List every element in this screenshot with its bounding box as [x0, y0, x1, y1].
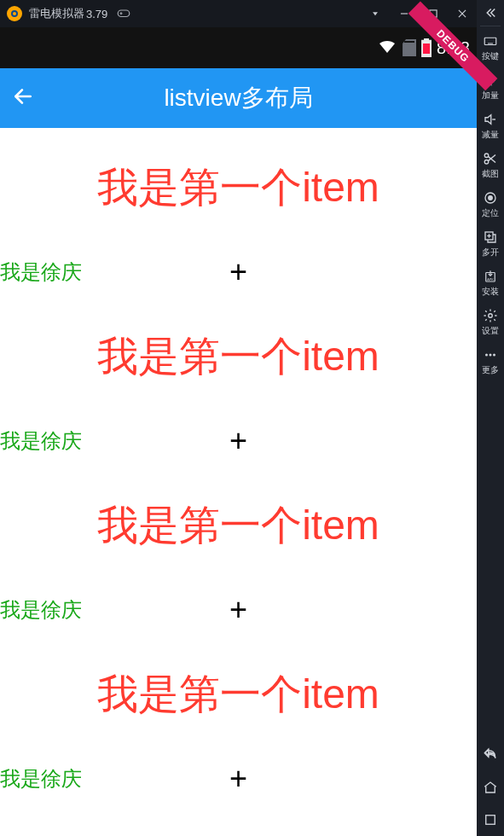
emulator-sidebar: 按键 加量 减量 截图 定位 多开 APK 安装 设置 — [477, 0, 504, 836]
wifi-icon — [377, 36, 397, 60]
list-item-small[interactable]: 我是徐庆+ — [0, 416, 477, 466]
gamepad-icon — [116, 5, 131, 23]
listview[interactable]: 我是第一个item 我是徐庆+ 我是第一个item 我是徐庆+ 我是第一个ite… — [0, 128, 477, 836]
plus-icon: + — [229, 254, 247, 290]
sidebar-item-settings[interactable]: 设置 — [477, 301, 504, 340]
svg-text:APK: APK — [487, 278, 494, 282]
android-status-bar: 8:08 DEBUG — [0, 27, 477, 68]
sidebar-item-label: 截图 — [482, 170, 499, 178]
emulator-logo — [7, 6, 22, 21]
small-item-text: 我是徐庆 — [0, 258, 82, 286]
svg-point-18 — [489, 196, 493, 200]
plus-icon: + — [229, 423, 247, 459]
window-close-button[interactable] — [448, 0, 477, 27]
location-icon — [483, 190, 498, 207]
svg-point-24 — [489, 314, 493, 318]
sidebar-item-more[interactable]: 更多 — [477, 340, 504, 380]
multi-instance-icon — [483, 229, 498, 247]
sd-card-icon — [403, 39, 416, 56]
battery-icon — [421, 38, 432, 57]
svg-rect-28 — [486, 816, 495, 825]
svg-marker-1 — [373, 12, 378, 15]
svg-point-26 — [490, 354, 492, 357]
emulator-name: 雷电模拟器 — [29, 6, 84, 21]
svg-marker-11 — [485, 115, 491, 125]
apk-install-icon: APK — [483, 269, 498, 286]
emulator-version: 3.79 — [86, 8, 107, 20]
gear-icon — [483, 308, 498, 325]
plus-icon: + — [229, 592, 247, 628]
sidebar-item-label: 设置 — [482, 327, 499, 335]
list-item-small[interactable]: 我是徐庆+ — [0, 754, 477, 804]
sidebar-item-keyboard[interactable]: 按键 — [477, 26, 504, 66]
keyboard-icon — [483, 33, 498, 50]
list-item-small[interactable]: 我是徐庆+ — [0, 585, 477, 635]
more-icon — [483, 347, 498, 364]
sidebar-item-label: 安装 — [482, 287, 499, 296]
sidebar-item-install[interactable]: APK 安装 — [477, 262, 504, 301]
big-item-text: 我是第一个item — [97, 498, 379, 553]
app-bar: listview多布局 — [0, 68, 477, 128]
small-item-text: 我是徐庆 — [0, 765, 82, 792]
scissors-icon — [483, 151, 498, 168]
sidebar-item-label: 定位 — [482, 209, 499, 218]
list-item-big[interactable]: 我是第一个item — [0, 466, 477, 585]
sidebar-item-volume-down[interactable]: 减量 — [477, 105, 504, 144]
svg-rect-0 — [119, 10, 130, 17]
sidebar-item-label: 加量 — [482, 91, 499, 100]
list-item-big[interactable]: 我是第一个item — [0, 128, 477, 247]
list-item-big[interactable]: 我是第一个item — [0, 297, 477, 416]
sidebar-collapse-button[interactable] — [477, 0, 504, 26]
svg-point-27 — [493, 354, 495, 357]
small-item-text: 我是徐庆 — [0, 427, 82, 455]
big-item-text: 我是第一个item — [97, 667, 379, 722]
android-back-button[interactable] — [477, 739, 504, 771]
big-item-text: 我是第一个item — [97, 160, 379, 215]
sidebar-item-label: 按键 — [482, 52, 499, 61]
small-item-text: 我是徐庆 — [0, 596, 82, 624]
window-triangle-button[interactable] — [361, 0, 390, 27]
plus-icon: + — [229, 761, 247, 797]
android-recents-button[interactable] — [477, 804, 504, 836]
sidebar-item-locate[interactable]: 定位 — [477, 183, 504, 223]
svg-point-25 — [485, 354, 488, 357]
android-home-button[interactable] — [477, 771, 504, 804]
volume-down-icon — [483, 112, 498, 129]
back-button[interactable] — [12, 85, 34, 111]
page-title: listview多布局 — [34, 82, 443, 114]
sidebar-item-label: 多开 — [482, 248, 499, 257]
sidebar-item-multi[interactable]: 多开 — [477, 223, 504, 262]
sidebar-item-label: 更多 — [482, 366, 499, 374]
sidebar-item-screenshot[interactable]: 截图 — [477, 144, 504, 183]
big-item-text: 我是第一个item — [97, 329, 379, 384]
list-item-big[interactable]: 我是第一个item — [0, 635, 477, 754]
list-item-small[interactable]: 我是徐庆+ — [0, 247, 477, 297]
emulator-titlebar: 雷电模拟器 3.79 — [0, 0, 477, 27]
sidebar-item-label: 减量 — [482, 131, 499, 139]
